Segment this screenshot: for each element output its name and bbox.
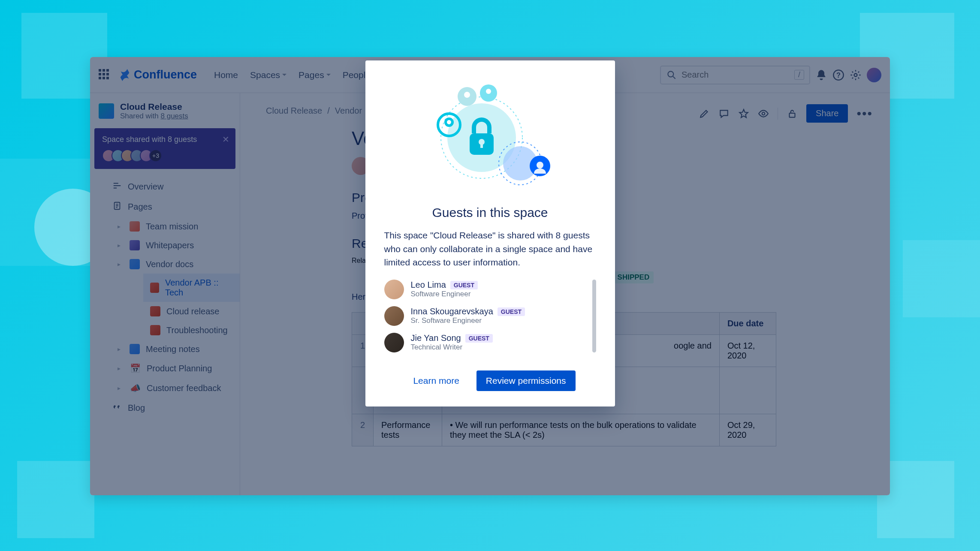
guest-row[interactable]: Jie Yan SongGUEST Technical Writer <box>384 333 589 352</box>
modal-description: This space "Cloud Release" is shared wit… <box>384 229 596 269</box>
guest-list: Leo LimaGUEST Software Engineer Inna Sko… <box>384 280 596 352</box>
svg-point-17 <box>446 119 452 126</box>
svg-rect-15 <box>480 142 483 148</box>
guest-row[interactable]: Leo LimaGUEST Software Engineer <box>384 280 589 299</box>
guest-row[interactable]: Inna SkougarevskayaGUEST Sr. Software En… <box>384 306 589 326</box>
svg-point-21 <box>486 89 491 94</box>
review-permissions-button[interactable]: Review permissions <box>476 370 576 391</box>
guest-avatar <box>384 333 404 352</box>
learn-more-button[interactable]: Learn more <box>404 370 467 391</box>
guest-avatar <box>384 306 404 326</box>
modal-title: Guests in this space <box>384 205 596 220</box>
guest-badge: GUEST <box>450 281 478 289</box>
guests-modal: Guests in this space This space "Cloud R… <box>365 60 615 406</box>
guest-badge: GUEST <box>498 307 525 316</box>
svg-point-19 <box>464 92 470 98</box>
guest-avatar <box>384 280 404 299</box>
guest-badge: GUEST <box>465 334 493 343</box>
app-frame: Confluence Home Spaces Pages People Apps… <box>90 57 890 495</box>
scrollbar[interactable] <box>592 280 596 352</box>
modal-illustration <box>384 78 596 193</box>
